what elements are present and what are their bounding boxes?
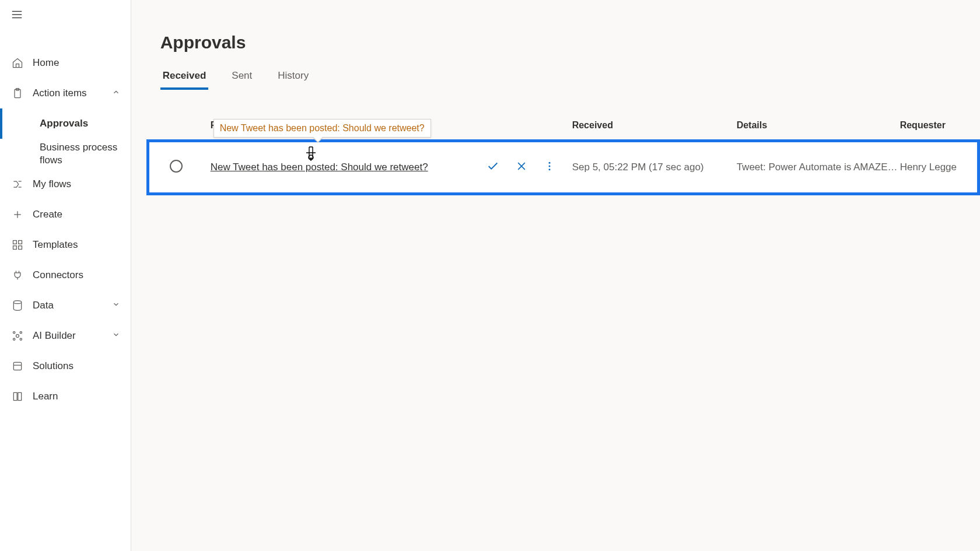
checkmark-icon [487, 160, 499, 173]
svg-point-11 [13, 301, 21, 304]
sidebar: Home Action items Approvals Business pro… [0, 0, 131, 551]
more-vertical-icon [544, 160, 555, 172]
svg-point-12 [16, 335, 19, 338]
tab-sent[interactable]: Sent [229, 70, 254, 90]
sidebar-item-ai-builder[interactable]: AI Builder [0, 321, 131, 351]
column-header-received[interactable]: Received [572, 120, 737, 131]
tab-history[interactable]: History [275, 70, 311, 90]
svg-rect-8 [19, 241, 22, 244]
tab-received[interactable]: Received [160, 70, 209, 90]
sidebar-item-solutions[interactable]: Solutions [0, 351, 131, 381]
row-select-radio[interactable] [170, 160, 183, 173]
tab-label: Sent [232, 70, 252, 81]
sidebar-item-label: Data [33, 299, 112, 312]
more-actions-button[interactable] [544, 160, 555, 175]
templates-icon [10, 239, 24, 251]
sidebar-item-approvals[interactable]: Approvals [0, 108, 131, 139]
sidebar-item-label: Connectors [33, 269, 120, 282]
tooltip-text: New Tweet has been posted: Should we ret… [220, 123, 425, 133]
svg-rect-10 [13, 246, 17, 250]
sidebar-item-label: Learn [33, 390, 120, 403]
svg-point-15 [13, 338, 15, 340]
book-icon [10, 391, 24, 402]
svg-point-22 [548, 169, 550, 170]
sidebar-item-label: Home [33, 57, 120, 69]
table-row[interactable]: New Tweet has been posted: Should we ret… [149, 142, 977, 192]
cell-received: Sep 5, 05:22 PM (17 sec ago) [572, 162, 737, 173]
tooltip: New Tweet has been posted: Should we ret… [214, 119, 431, 138]
chevron-up-icon [112, 88, 120, 99]
approve-button[interactable] [487, 160, 499, 176]
sidebar-item-business-process-flows[interactable]: Business process flows [0, 139, 131, 169]
approval-title-link[interactable]: New Tweet has been posted: Should we ret… [211, 162, 428, 173]
svg-point-13 [13, 332, 15, 334]
main-content: Approvals Received Sent History Request … [131, 0, 980, 551]
column-header-requester[interactable]: Requester [900, 120, 957, 131]
approvals-table: Request Received Details Requester New T… [146, 113, 980, 195]
sidebar-item-label: Action items [33, 87, 112, 100]
hamburger-button[interactable] [0, 0, 131, 31]
close-icon [516, 160, 527, 172]
cell-requester: Henry Legge [900, 162, 957, 173]
sidebar-item-label: Business process flows [40, 141, 120, 167]
column-header-details[interactable]: Details [737, 120, 900, 131]
tab-label: History [278, 70, 309, 81]
solutions-icon [10, 360, 24, 372]
sidebar-item-learn[interactable]: Learn [0, 381, 131, 412]
svg-rect-9 [19, 246, 22, 250]
tabs: Received Sent History [160, 70, 980, 90]
database-icon [10, 300, 24, 311]
plus-icon [10, 209, 24, 220]
chevron-down-icon [112, 331, 120, 341]
sidebar-item-connectors[interactable]: Connectors [0, 260, 131, 290]
ai-icon [10, 330, 24, 342]
tab-label: Received [163, 70, 206, 81]
flow-icon [10, 178, 24, 190]
sidebar-item-create[interactable]: Create [0, 199, 131, 230]
hamburger-icon [10, 8, 23, 21]
sidebar-item-my-flows[interactable]: My flows [0, 169, 131, 199]
svg-rect-7 [13, 241, 17, 244]
sidebar-item-label: My flows [33, 178, 120, 191]
clipboard-icon [10, 87, 24, 99]
chevron-down-icon [112, 300, 120, 311]
sidebar-item-action-items[interactable]: Action items [0, 78, 131, 108]
reject-button[interactable] [516, 160, 527, 175]
sidebar-item-label: Create [33, 208, 120, 221]
sidebar-item-label: AI Builder [33, 329, 112, 342]
sidebar-item-data[interactable]: Data [0, 290, 131, 321]
page-title: Approvals [160, 33, 980, 52]
svg-rect-17 [13, 362, 21, 370]
sidebar-item-label: Solutions [33, 360, 120, 373]
svg-point-14 [20, 332, 22, 334]
sidebar-item-label: Templates [33, 238, 120, 251]
nav-list: Home Action items Approvals Business pro… [0, 31, 131, 412]
sidebar-item-templates[interactable]: Templates [0, 230, 131, 260]
sidebar-item-home[interactable]: Home [0, 48, 131, 78]
svg-point-16 [20, 338, 22, 340]
svg-point-21 [548, 165, 550, 167]
connectors-icon [10, 269, 24, 281]
sidebar-item-label: Approvals [40, 117, 120, 130]
home-icon [10, 57, 24, 69]
svg-point-20 [548, 162, 550, 163]
cell-details: Tweet: Power Automate is AMAZEBA... [737, 162, 900, 173]
